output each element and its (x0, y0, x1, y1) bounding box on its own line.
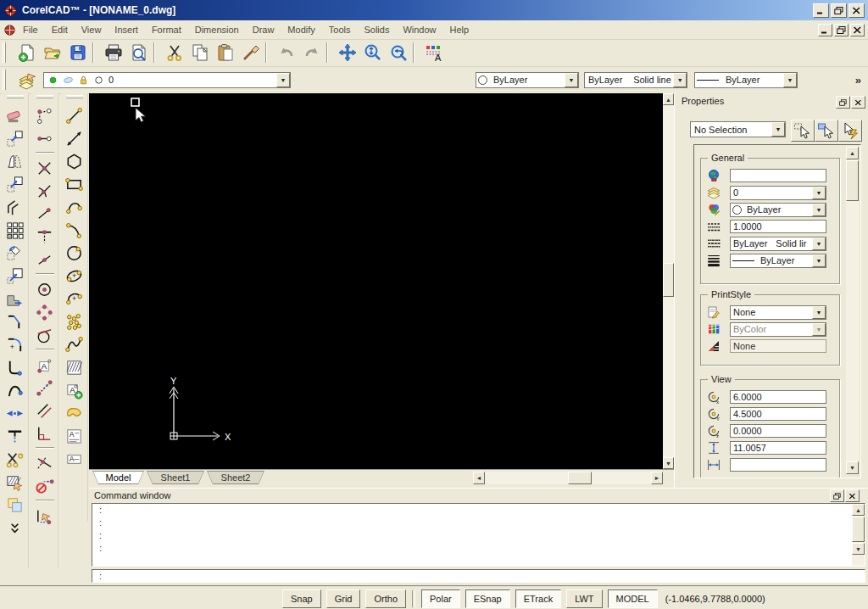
props-scroll-up-icon[interactable]: ▲ (846, 147, 859, 159)
print-button[interactable] (102, 41, 125, 64)
customize-interface-button[interactable]: A (422, 41, 446, 64)
drawing-canvas[interactable]: Y X (89, 93, 663, 469)
make-region-button[interactable] (3, 494, 27, 517)
snap-center-button[interactable] (33, 278, 57, 301)
edit-polyline-button[interactable] (3, 356, 27, 379)
properties-float-icon[interactable] (836, 96, 850, 109)
snap-insertion-button[interactable]: A (33, 354, 57, 377)
circle-button[interactable] (63, 242, 86, 265)
toggle-etrack[interactable]: ETrack (515, 589, 561, 608)
toolbar-grip[interactable] (3, 42, 11, 63)
smart-text-button[interactable]: A (63, 379, 86, 402)
snap-endpoint-button[interactable] (33, 104, 57, 127)
snap-nearest-button[interactable] (33, 249, 57, 271)
palette-grip2[interactable] (36, 95, 53, 103)
menu-modify[interactable]: Modify (281, 22, 321, 37)
props-scroll-thumb[interactable] (846, 160, 859, 201)
minimize-icon[interactable] (813, 3, 829, 18)
cmd-scroll-down-icon[interactable]: ▼ (852, 543, 865, 555)
snap-quadrant-button[interactable] (33, 301, 57, 324)
print-preview-button[interactable] (127, 41, 151, 64)
view-cx-field[interactable]: 6.0000 (730, 390, 826, 404)
doc-close-icon[interactable] (850, 24, 865, 36)
scroll-right-icon[interactable]: ► (651, 472, 663, 484)
menu-edit[interactable]: Edit (45, 22, 75, 37)
arc-tangent-button[interactable] (63, 219, 86, 242)
weld-button[interactable] (3, 402, 27, 425)
zoom-previous-button[interactable] (387, 41, 410, 64)
menu-tools[interactable]: Tools (322, 22, 358, 37)
toggle-polar[interactable]: Polar (421, 589, 460, 608)
select-entity-button[interactable] (791, 120, 815, 142)
palette-grip3[interactable] (66, 95, 83, 103)
menu-format[interactable]: Format (145, 22, 188, 37)
toolbar-grip2[interactable] (3, 70, 11, 90)
stretch-button[interactable] (3, 288, 27, 310)
properties-scrollbar[interactable]: ▲ ▼ (846, 147, 859, 474)
select-entities-button[interactable] (815, 120, 838, 142)
toggle-lwt[interactable]: LWT (566, 589, 602, 608)
snap-none-button[interactable] (33, 475, 57, 498)
fillet-button[interactable]: + (3, 333, 27, 356)
line-button[interactable] (63, 104, 86, 127)
snap-apparent-intersection-button[interactable] (33, 452, 57, 475)
props-scroll-down-icon[interactable]: ▼ (846, 461, 859, 474)
tab-sheet1[interactable]: Sheet1 (147, 471, 204, 484)
snap-parallel-button[interactable] (33, 399, 57, 422)
line-style-arrow[interactable]: ▼ (673, 73, 687, 87)
rotate-button[interactable] (3, 242, 27, 265)
snap-tracking-button[interactable] (33, 377, 57, 399)
pan-button[interactable] (336, 41, 359, 64)
toggle-esnap[interactable]: ESnap (465, 589, 510, 608)
split-button[interactable] (3, 448, 27, 471)
spline-button[interactable] (63, 333, 86, 356)
command-close-icon[interactable] (845, 489, 860, 502)
save-file-button[interactable] (66, 41, 90, 64)
snap-settings-button[interactable] (33, 505, 57, 528)
hscroll-thumb[interactable] (568, 472, 592, 484)
view-cz-field[interactable]: 0.0000 (730, 424, 826, 438)
rectangle-button[interactable] (63, 173, 86, 196)
menu-file[interactable]: File (16, 22, 45, 37)
redo-button[interactable] (300, 41, 324, 64)
canvas-hscrollbar[interactable]: ◄ ► (473, 472, 663, 484)
command-float-icon[interactable] (830, 489, 844, 502)
paste-button[interactable] (214, 41, 237, 64)
snap-perpendicular-button[interactable] (33, 422, 57, 445)
menu-view[interactable]: View (75, 22, 108, 37)
point-button[interactable] (63, 310, 86, 333)
open-file-button[interactable] (41, 41, 64, 64)
selection-combo-arrow[interactable]: ▼ (771, 122, 785, 137)
tab-sheet2[interactable]: Sheet2 (207, 471, 264, 484)
scroll-left-icon[interactable]: ◄ (473, 472, 485, 484)
menu-help[interactable]: Help (443, 22, 476, 37)
command-scrollbar[interactable]: ▲ ▼ (852, 504, 865, 566)
wipeout-button[interactable] (63, 402, 86, 425)
copy-button[interactable] (188, 41, 212, 64)
copy-entity-button[interactable] (3, 173, 27, 196)
vscroll-thumb[interactable] (663, 263, 674, 297)
chamfer-button[interactable] (3, 310, 27, 333)
close-icon[interactable] (849, 3, 865, 18)
edit-hatch-button[interactable] (3, 471, 27, 494)
cmd-scroll-thumb[interactable] (852, 517, 865, 542)
eraser-button[interactable] (3, 104, 27, 127)
cut-button[interactable] (163, 41, 186, 64)
canvas-vscrollbar[interactable]: ▲ ▼ (663, 93, 674, 469)
more-tools-button[interactable] (3, 517, 27, 539)
scroll-down-icon[interactable]: ▼ (663, 457, 674, 469)
prop-color-combo[interactable]: ByLayer▼ (730, 203, 826, 217)
hatch-button[interactable] (63, 356, 86, 379)
ps-style-combo[interactable]: None▼ (730, 305, 826, 320)
line-weight-arrow[interactable]: ▼ (783, 73, 797, 87)
snap-point-button[interactable] (33, 127, 57, 150)
command-input[interactable]: : (92, 569, 865, 583)
menu-draw[interactable]: Draw (246, 22, 281, 37)
snap-tangent-button[interactable] (33, 324, 57, 347)
selection-combo[interactable]: No Selection ▼ (690, 121, 786, 137)
mirror-button[interactable] (3, 150, 27, 173)
toggle-snap[interactable]: Snap (282, 589, 321, 608)
snap-extension-button[interactable] (33, 226, 57, 249)
quick-select-button[interactable] (838, 120, 862, 142)
layers-manager-button[interactable] (15, 68, 39, 92)
